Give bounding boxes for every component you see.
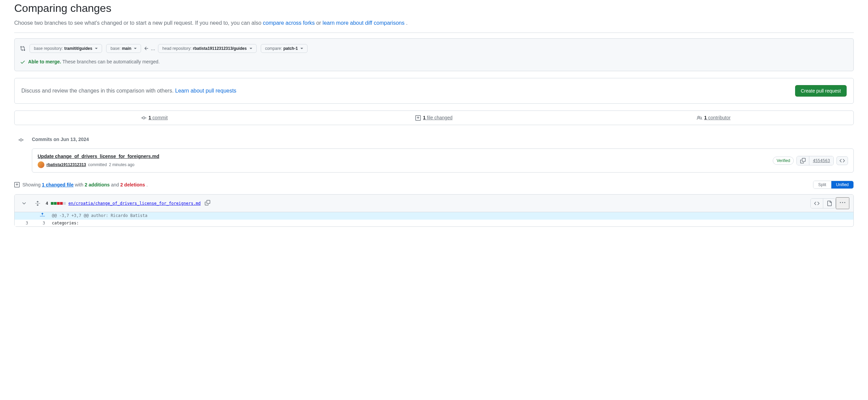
timeline-item: Commits on Jun 13, 2024 Update change_of… — [21, 136, 854, 173]
commit-icon — [141, 115, 146, 121]
head-repo-value: rbatista19112312313/guides — [193, 46, 247, 51]
divider — [14, 33, 854, 33]
commit-box: Update change_of_drivers_license_for_for… — [32, 148, 854, 173]
commit-title-link[interactable]: Update change_of_drivers_license_for_for… — [38, 153, 159, 160]
copy-icon — [205, 200, 210, 205]
hunk-header: @@ -3,7 +3,7 @@ author: Ricardo Batista — [48, 212, 853, 220]
files-label: file changed — [427, 115, 453, 120]
people-icon — [697, 115, 702, 121]
create-pr-button[interactable]: Create pull request — [795, 85, 847, 97]
head-repo-label: head repository: — [162, 46, 192, 51]
and-text: and — [111, 182, 120, 187]
file-header-right — [810, 197, 849, 209]
rendered-view-button[interactable] — [823, 199, 835, 208]
file-header-left: 4 en/croatia/change_of_drivers_license_f… — [19, 199, 212, 208]
subtitle-text-3: . — [406, 20, 407, 26]
expand-all-button[interactable] — [32, 199, 43, 207]
commits-label: commit — [153, 115, 168, 120]
subtitle-text-2: or — [316, 20, 323, 26]
commit-time: 2 minutes ago — [109, 162, 134, 168]
verified-badge[interactable]: Verified — [773, 157, 794, 165]
line-num-new[interactable]: 3 — [32, 220, 48, 226]
subtitle-text: Choose two branches to see what's change… — [14, 20, 263, 26]
file-header: 4 en/croatia/change_of_drivers_license_f… — [15, 195, 853, 212]
commits-count: 1 — [149, 115, 151, 120]
compare-row: base repository: tramitit/guides base: m… — [20, 44, 848, 53]
view-toggle: Split Unified — [813, 181, 854, 189]
compare-branch-selector[interactable]: compare: patch-1 — [261, 44, 308, 53]
diff-table: @@ -3,7 +3,7 @@ author: Ricardo Batista … — [15, 212, 853, 226]
compare-branch-value: patch-1 — [283, 46, 298, 51]
avatar[interactable] — [38, 161, 44, 168]
merge-status: Able to merge. These branches can be aut… — [20, 58, 848, 65]
file-diff-icon — [415, 115, 421, 121]
hunk-row: @@ -3,7 +3,7 @@ author: Ricardo Batista — [15, 212, 853, 220]
fold-up-icon — [40, 212, 45, 218]
code-icon — [840, 158, 845, 163]
commit-sha-link[interactable]: 4554563 — [809, 156, 833, 165]
stats-bar: 1 commit 1 file changed 1 contributor — [14, 111, 854, 125]
kebab-icon — [840, 200, 845, 205]
base-repo-selector[interactable]: base repository: tramitit/guides — [29, 44, 102, 53]
expand-up-button[interactable] — [15, 212, 48, 220]
diff-block-neutral — [63, 202, 66, 205]
compare-branch-label: compare: — [265, 46, 282, 51]
unified-view-button[interactable]: Unified — [831, 181, 853, 188]
split-view-button[interactable]: Split — [813, 181, 831, 188]
file-path-link[interactable]: en/croatia/change_of_drivers_license_for… — [68, 200, 201, 206]
create-pr-text: Discuss and review the changes in this c… — [21, 87, 236, 95]
line-content: categories: — [48, 220, 853, 226]
code-icon — [814, 201, 820, 206]
base-repo-value: tramitit/guides — [64, 46, 92, 51]
timeline-badge — [18, 137, 24, 143]
committed-text: committed — [88, 162, 107, 168]
contributors-stat[interactable]: 1 contributor — [574, 111, 853, 125]
create-pr-box: Discuss and review the changes in this c… — [14, 78, 854, 104]
commits-stat[interactable]: 1 commit — [15, 111, 294, 125]
ellipsis: ... — [151, 44, 155, 53]
files-count: 1 — [423, 115, 426, 120]
base-repo-label: base repository: — [34, 46, 63, 51]
head-repo-selector[interactable]: head repository: rbatista19112312313/gui… — [158, 44, 257, 53]
page-title: Comparing changes — [14, 0, 854, 16]
contributors-count: 1 — [704, 115, 707, 120]
commit-right: Verified 4554563 — [773, 156, 848, 165]
file-icon — [827, 201, 832, 206]
commit-meta: rbatista19112312313 committed 2 minutes … — [38, 161, 159, 168]
file-change-count: 4 — [46, 200, 48, 206]
discuss-text: Discuss and review the changes in this c… — [21, 88, 175, 94]
chevron-down-icon — [21, 201, 27, 206]
copy-path-button[interactable] — [203, 199, 212, 208]
diff-block-del — [60, 202, 63, 205]
period: . — [146, 182, 148, 187]
merge-detail-text: These branches can be automatically merg… — [62, 59, 160, 64]
changed-file-link[interactable]: 1 changed file — [42, 182, 74, 187]
copy-sha-button[interactable] — [797, 156, 809, 165]
base-branch-selector[interactable]: base: main — [106, 44, 141, 53]
source-view-button[interactable] — [811, 199, 823, 208]
files-changed-stat[interactable]: 1 file changed — [294, 111, 574, 125]
collapse-file-button[interactable] — [19, 199, 29, 207]
compare-box: base repository: tramitit/guides base: m… — [14, 38, 854, 71]
diff-block-del — [57, 202, 60, 205]
file-options-button[interactable] — [836, 197, 849, 209]
learn-more-diff-link[interactable]: learn more about diff comparisons — [322, 20, 405, 26]
commit-author-link[interactable]: rbatista19112312313 — [46, 162, 86, 168]
commits-date: Commits on Jun 13, 2024 — [32, 136, 854, 143]
with-text: with — [75, 182, 85, 187]
caret-down-icon — [300, 47, 303, 50]
compare-across-forks-link[interactable]: compare across forks — [263, 20, 315, 26]
git-compare-icon — [20, 46, 25, 51]
caret-down-icon — [95, 47, 98, 50]
browse-code-button[interactable] — [836, 156, 848, 165]
learn-pr-link[interactable]: Learn about pull requests — [175, 88, 237, 94]
diff-summary: Showing 1 changed file with 2 additions … — [0, 181, 868, 189]
diff-block-add — [51, 202, 54, 205]
contributors-label: contributor — [708, 115, 730, 120]
check-icon — [20, 59, 25, 65]
unfold-icon — [35, 201, 40, 206]
view-mode-group — [810, 198, 836, 208]
arrow-left-icon — [144, 46, 149, 51]
line-num-old[interactable]: 3 — [15, 220, 32, 226]
page-subtitle: Choose two branches to see what's change… — [14, 19, 854, 27]
